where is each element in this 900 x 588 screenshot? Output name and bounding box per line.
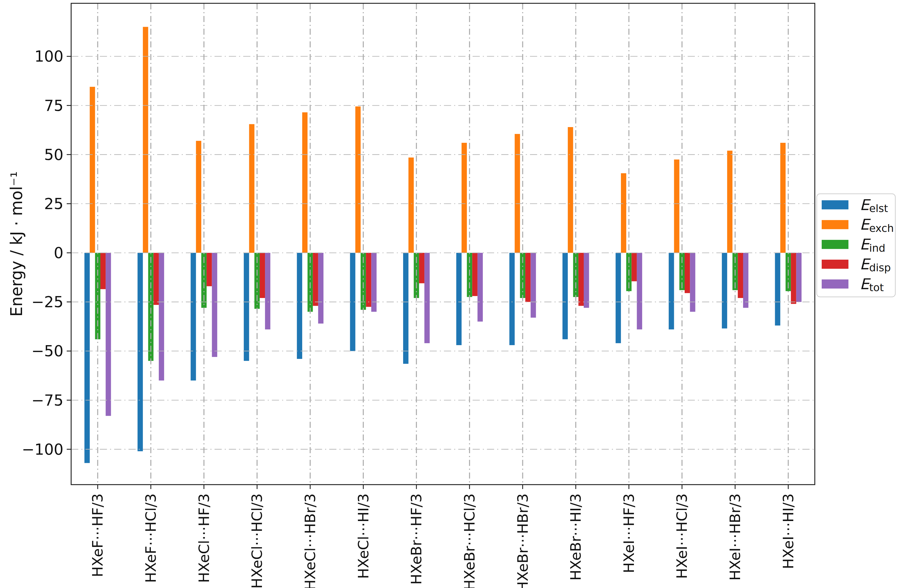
xtick-label-c10: HXeI···HF/3 (621, 493, 637, 573)
bar-elst-c3 (244, 253, 249, 361)
bar-exch-c2 (196, 141, 201, 253)
bar-tot-c10 (637, 253, 642, 329)
bar-exch-c1 (143, 27, 148, 253)
bar-exch-c11 (674, 160, 680, 253)
bar-disp-c3 (260, 253, 265, 298)
bar-tot-c3 (265, 253, 270, 329)
bar-ind-c1 (148, 253, 153, 361)
bar-elst-c12 (722, 253, 727, 328)
y-axis-label: Energy / kJ · mol⁻¹ (7, 171, 26, 316)
bar-disp-c5 (366, 253, 371, 307)
bar-disp-c0 (100, 253, 106, 289)
legend-swatch-ind (822, 240, 849, 249)
bar-elst-c7 (456, 253, 462, 345)
bar-disp-c12 (738, 253, 743, 298)
xtick-label-c2: HXeCl···HF/3 (196, 493, 212, 583)
legend-swatch-disp (822, 260, 849, 269)
ytick-label--75: −75 (31, 391, 64, 409)
bar-tot-c2 (212, 253, 217, 357)
legend-swatch-tot (822, 279, 849, 289)
bar-disp-c8 (525, 253, 531, 302)
ytick-label-75: 75 (44, 97, 64, 115)
legend: EelstEexchEindEdispEtot (817, 194, 895, 297)
bar-exch-c13 (781, 143, 785, 253)
plot-border (71, 3, 815, 485)
legend-swatch-exch (822, 220, 849, 229)
bar-tot-c8 (531, 253, 536, 318)
y-axis-label-container: Energy / kJ · mol⁻¹ (0, 0, 33, 488)
bar-exch-c7 (462, 143, 467, 253)
bar-tot-c13 (796, 253, 802, 302)
bar-tot-c5 (371, 253, 376, 312)
xtick-label-c6: HXeBr···HF/3 (408, 493, 425, 585)
bar-tot-c0 (106, 253, 111, 416)
bar-exch-c5 (355, 106, 361, 253)
ytick-label--50: −50 (31, 342, 64, 360)
xtick-label-c9: HXeBr···HI/3 (568, 493, 584, 580)
xtick-label-c3: HXeCl···HCl/3 (249, 493, 265, 588)
bar-disp-c7 (472, 253, 478, 296)
bar-tot-c4 (318, 253, 323, 324)
ytick-label-100: 100 (34, 47, 64, 65)
xtick-label-c0: HXeF···HF/3 (89, 493, 106, 577)
ytick-label--25: −25 (31, 293, 64, 311)
bar-elst-c10 (616, 253, 621, 343)
ytick-label-25: 25 (44, 195, 64, 213)
bar-exch-c3 (249, 124, 254, 253)
bar-elst-c9 (563, 253, 568, 339)
bar-disp-c1 (154, 253, 159, 305)
ytick-label-0: 0 (54, 244, 64, 262)
bar-exch-c0 (90, 87, 95, 253)
legend-swatch-elst (822, 200, 849, 209)
xtick-label-c7: HXeBr···HCl/3 (461, 493, 478, 588)
bar-tot-c9 (584, 253, 589, 308)
bar-disp-c11 (685, 253, 690, 293)
bar-exch-c6 (408, 157, 414, 253)
xtick-label-c1: HXeF···HCl/3 (143, 493, 159, 583)
bar-elst-c11 (669, 253, 674, 329)
bar-exch-c4 (302, 112, 307, 253)
xtick-label-c8: HXeBr···HBr/3 (515, 493, 531, 588)
bar-elst-c4 (297, 253, 302, 359)
bar-elst-c13 (775, 253, 781, 326)
bar-elst-c0 (84, 253, 90, 463)
bar-disp-c13 (791, 253, 796, 304)
bar-tot-c6 (424, 253, 430, 343)
energy-decomposition-bar-chart: 1007550250−25−50−75−100HXeF···HF/3HXeF··… (0, 0, 900, 588)
bar-exch-c9 (568, 127, 573, 253)
gridlines-layer (71, 3, 815, 485)
xtick-label-c13: HXeI···HI/3 (780, 493, 797, 569)
bar-disp-c4 (313, 253, 318, 306)
bar-disp-c9 (579, 253, 584, 306)
bar-exch-c10 (621, 173, 626, 253)
xtick-label-c11: HXeI···HCl/3 (673, 493, 690, 579)
xtick-label-c12: HXeI···HBr/3 (727, 493, 743, 580)
figure: 1007550250−25−50−75−100HXeF···HF/3HXeF··… (0, 0, 900, 588)
bars-layer (84, 27, 802, 463)
bar-exch-c12 (727, 151, 732, 253)
bar-tot-c1 (159, 253, 164, 380)
bar-disp-c10 (632, 253, 637, 281)
bar-tot-c12 (743, 253, 748, 308)
bar-exch-c8 (515, 134, 520, 253)
bar-elst-c2 (191, 253, 196, 380)
bar-elst-c8 (509, 253, 515, 345)
bar-elst-c6 (403, 253, 408, 364)
bar-elst-c1 (138, 253, 143, 451)
bar-disp-c6 (419, 253, 424, 283)
xtick-label-c5: HXeCl···HI/3 (355, 493, 372, 579)
bar-disp-c2 (206, 253, 212, 286)
ytick-label-50: 50 (44, 146, 64, 163)
bar-tot-c11 (690, 253, 695, 312)
xtick-label-c4: HXeCl···HBr/3 (302, 493, 318, 588)
bar-tot-c7 (478, 253, 483, 321)
